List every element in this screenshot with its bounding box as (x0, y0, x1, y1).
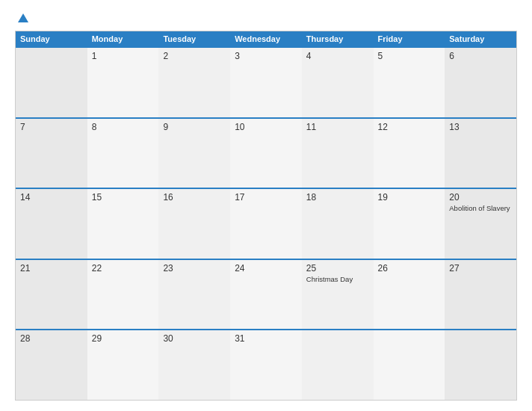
cal-cell: 17 (230, 189, 302, 259)
calendar-week-3: 14151617181920Abolition of Slavery (16, 188, 516, 259)
cal-cell: 21 (16, 260, 87, 330)
cal-cell: 15 (87, 189, 159, 259)
day-number: 26 (378, 263, 441, 274)
page: SundayMondayTuesdayWednesdayThursdayFrid… (0, 0, 532, 411)
cal-cell: 16 (158, 189, 230, 259)
day-number: 8 (92, 122, 155, 132)
header-cell-thursday: Thursday (302, 31, 374, 46)
calendar-body: 1234567891011121314151617181920Abolition… (16, 46, 516, 400)
cal-cell: 29 (87, 330, 159, 400)
day-number: 27 (449, 263, 512, 274)
day-number: 12 (378, 122, 441, 132)
cal-cell: 25Christmas Day (302, 260, 374, 330)
cal-cell: 9 (158, 119, 230, 188)
calendar-header-row: SundayMondayTuesdayWednesdayThursdayFrid… (16, 31, 516, 46)
calendar: SundayMondayTuesdayWednesdayThursdayFrid… (15, 31, 517, 401)
day-number: 21 (20, 263, 83, 274)
day-number: 22 (92, 263, 155, 274)
event-label: Abolition of Slavery (449, 204, 512, 213)
cal-cell: 11 (302, 119, 374, 188)
day-number: 23 (163, 263, 226, 274)
day-number: 19 (378, 192, 441, 203)
cal-cell: 8 (87, 119, 159, 188)
calendar-week-5: 28293031 (16, 329, 516, 400)
cal-cell: 6 (445, 48, 516, 117)
day-number: 4 (306, 51, 369, 61)
day-number: 25 (306, 263, 369, 274)
cal-cell (445, 330, 516, 400)
day-number: 28 (20, 333, 83, 344)
cal-cell: 23 (158, 260, 230, 330)
logo-triangle-icon (18, 13, 28, 22)
cal-cell: 2 (158, 48, 230, 117)
day-number: 7 (20, 122, 83, 132)
day-number: 29 (92, 333, 155, 344)
cal-cell: 18 (302, 189, 374, 259)
cal-cell: 19 (374, 189, 445, 259)
day-number: 1 (92, 51, 155, 61)
cal-cell: 1 (87, 48, 159, 117)
day-number: 3 (235, 51, 297, 61)
cal-cell: 10 (230, 119, 302, 188)
cal-cell: 5 (374, 48, 445, 117)
calendar-week-2: 78910111213 (16, 117, 516, 188)
day-number: 2 (163, 51, 226, 61)
day-number: 14 (20, 192, 83, 203)
calendar-week-4: 2122232425Christmas Day2627 (16, 259, 516, 330)
day-number: 15 (92, 192, 155, 203)
cal-cell (16, 48, 87, 117)
day-number: 24 (235, 263, 297, 274)
header-cell-saturday: Saturday (445, 31, 516, 46)
day-number: 6 (449, 51, 512, 61)
calendar-week-1: 123456 (16, 46, 516, 117)
cal-cell: 7 (16, 119, 87, 188)
cal-cell: 4 (302, 48, 374, 117)
cal-cell: 30 (158, 330, 230, 400)
header-cell-friday: Friday (374, 31, 445, 46)
header-cell-sunday: Sunday (16, 31, 87, 46)
day-number: 31 (235, 333, 297, 344)
cal-cell: 31 (230, 330, 302, 400)
cal-cell (374, 330, 445, 400)
cal-cell: 24 (230, 260, 302, 330)
header-cell-tuesday: Tuesday (158, 31, 230, 46)
day-number: 30 (163, 333, 226, 344)
event-label: Christmas Day (306, 275, 369, 284)
day-number: 13 (449, 122, 512, 132)
day-number: 5 (378, 51, 441, 61)
day-number: 16 (163, 192, 226, 203)
cal-cell: 13 (445, 119, 516, 188)
cal-cell (302, 330, 374, 400)
cal-cell: 26 (374, 260, 445, 330)
logo (15, 13, 28, 23)
cal-cell: 27 (445, 260, 516, 330)
header (15, 13, 517, 23)
day-number: 9 (163, 122, 226, 132)
header-cell-wednesday: Wednesday (230, 31, 302, 46)
cal-cell: 14 (16, 189, 87, 259)
day-number: 18 (306, 192, 369, 203)
day-number: 17 (235, 192, 297, 203)
header-cell-monday: Monday (87, 31, 159, 46)
cal-cell: 3 (230, 48, 302, 117)
cal-cell: 20Abolition of Slavery (445, 189, 516, 259)
cal-cell: 12 (374, 119, 445, 188)
cal-cell: 28 (16, 330, 87, 400)
cal-cell: 22 (87, 260, 159, 330)
day-number: 10 (235, 122, 297, 132)
day-number: 11 (306, 122, 369, 132)
day-number: 20 (449, 192, 512, 203)
